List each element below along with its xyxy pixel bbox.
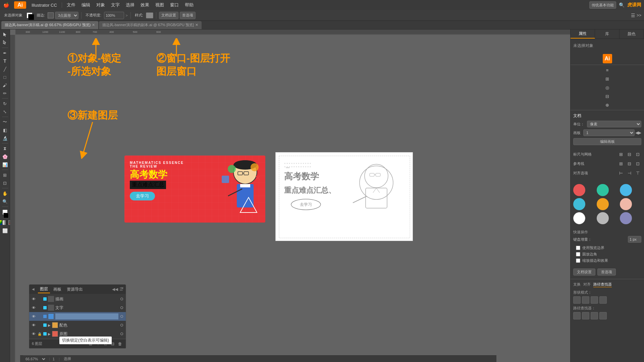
tab-properties[interactable]: 属性: [571, 29, 595, 39]
swatch-teal[interactable]: [597, 184, 609, 196]
pathfinder-btn-4[interactable]: [599, 312, 607, 319]
hand-tool[interactable]: ✋: [1, 190, 9, 197]
opacity-input[interactable]: [104, 12, 124, 19]
layer-eye-miaohue[interactable]: 👁: [31, 297, 36, 301]
layer-lock-miaohue[interactable]: [37, 297, 42, 301]
shape-mode-1[interactable]: [573, 296, 581, 304]
pathfinder-btn-2[interactable]: [582, 312, 589, 319]
menu-window[interactable]: 窗口: [167, 1, 181, 9]
copy-layer-btn[interactable]: ⎘: [102, 341, 108, 347]
collapse-icon[interactable]: >>: [637, 13, 641, 18]
gradient-tool[interactable]: ◧: [1, 126, 9, 134]
pathfinder-btn-1[interactable]: [573, 312, 581, 319]
doc-settings-btn[interactable]: 文档设置: [159, 12, 178, 19]
layers-panel-collapse[interactable]: ◀: [32, 287, 36, 291]
tab-1[interactable]: 描边风-banner演示稿.ai @ 66.67% (RGB/GPU 预览) ✕: [1, 21, 98, 29]
layer-eye-yuantu[interactable]: 👁: [31, 331, 36, 336]
transform-tab[interactable]: 支换: [573, 282, 581, 287]
select-tool[interactable]: [1, 31, 9, 38]
stroke-selector[interactable]: 3点圆形: [55, 12, 78, 19]
pen-tool[interactable]: ✒: [1, 49, 9, 57]
shape-mode-4[interactable]: [599, 296, 607, 304]
arrange-icon[interactable]: ☰: [631, 13, 635, 18]
align-center-icon[interactable]: ⊣: [626, 169, 633, 177]
swatch-gray[interactable]: [597, 212, 609, 224]
search-icon[interactable]: 🔍: [619, 2, 625, 8]
graph-tool[interactable]: 📊: [1, 161, 9, 168]
brush-tool[interactable]: 🖌: [1, 81, 9, 89]
unit-select[interactable]: 像素: [587, 121, 641, 127]
layer-lock-wenzi[interactable]: [37, 305, 42, 310]
menu-illustrator[interactable]: Illustrator CC: [29, 2, 60, 8]
keyboard-input[interactable]: [628, 236, 641, 243]
warp-tool[interactable]: 〜: [1, 118, 9, 126]
merge-layer-btn[interactable]: ⊟: [110, 341, 116, 347]
pathfinder-btn-3[interactable]: [591, 312, 598, 319]
pathfinder-icon[interactable]: ⊕: [604, 101, 611, 109]
snap-edge-cb[interactable]: [576, 246, 580, 250]
pencil-tool[interactable]: ✏: [1, 89, 9, 97]
layer-row-active[interactable]: 👁: [29, 312, 126, 321]
zoom-select[interactable]: 66.67%: [23, 355, 46, 362]
eyedropper-tool[interactable]: 🔬: [1, 134, 9, 142]
slice-tool[interactable]: ⊡: [1, 179, 9, 187]
snap-icon[interactable]: ⊡: [634, 150, 641, 158]
guide-lock-icon[interactable]: ⊟: [626, 160, 633, 167]
mode-select[interactable]: 传统基本功能: [589, 1, 616, 9]
gradient-btn[interactable]: [3, 220, 7, 225]
pathfinder-tab[interactable]: 路径查找器: [593, 282, 612, 287]
rotate-tool[interactable]: ↻: [1, 100, 9, 107]
swatch-pink[interactable]: [620, 198, 632, 210]
layer-eye-active[interactable]: 👁: [31, 314, 36, 319]
align-tab[interactable]: 对齐: [583, 282, 591, 287]
tab-color[interactable]: 颜色: [620, 29, 644, 39]
menu-select[interactable]: 选择: [123, 1, 137, 9]
tab-1-close[interactable]: ✕: [92, 23, 95, 27]
menu-edit[interactable]: 编辑: [79, 1, 93, 9]
banner-button[interactable]: 去学习: [130, 192, 155, 200]
new-layer-btn[interactable]: ⊞: [88, 341, 94, 347]
guide-clear-icon[interactable]: ⊡: [634, 160, 641, 167]
change-screen-mode[interactable]: ⬜: [1, 227, 9, 234]
round-corner-cb[interactable]: [576, 252, 580, 256]
transform-icon[interactable]: ⊞: [604, 75, 611, 82]
apple-logo[interactable]: 🍎: [3, 2, 9, 8]
menu-help[interactable]: 帮助: [182, 1, 196, 9]
fill-stroke-indicator[interactable]: [26, 12, 33, 18]
menu-text[interactable]: 文字: [108, 1, 122, 9]
layer-row-miaohue[interactable]: 👁 描画: [29, 295, 126, 303]
panel-close-btn[interactable]: ✕: [120, 286, 124, 290]
quick-preferences[interactable]: 首选项: [597, 268, 616, 276]
shape-mode-3[interactable]: [591, 296, 598, 304]
swatch-orange[interactable]: [597, 198, 609, 210]
tab-2-close[interactable]: ✕: [195, 23, 198, 27]
style-swatch[interactable]: [146, 12, 153, 18]
properties-icon[interactable]: ≡: [604, 66, 611, 74]
snap-effect-cb[interactable]: [576, 258, 580, 263]
swatch-cyan[interactable]: [573, 198, 585, 210]
layer-row-yuantu[interactable]: 👁 🔒 ▶ 原图: [29, 329, 126, 338]
text-tool[interactable]: T: [1, 57, 9, 65]
menu-file[interactable]: 文件: [64, 1, 78, 9]
rect-tool[interactable]: □: [1, 73, 9, 81]
layer-lock-yuantu[interactable]: 🔒: [37, 331, 42, 336]
color-mode-btn[interactable]: [0, 220, 2, 225]
canvas-area[interactable]: 300 1200 1100 800 700 400 500 600 ①对象-锁定…: [10, 29, 570, 362]
tab-2[interactable]: 描边风-banner演示稿的副本.ai @ 67% [RGB/GPU 预览] ✕: [99, 21, 202, 29]
line-tool[interactable]: ╱: [1, 65, 9, 73]
align-left-icon[interactable]: ⊢: [617, 169, 625, 177]
tab-layers[interactable]: 图层: [38, 286, 50, 293]
board-next[interactable]: ▶: [638, 130, 641, 135]
preferences-btn[interactable]: 首选项: [180, 12, 196, 19]
grid-icon[interactable]: ⊟: [626, 150, 633, 158]
layer-eye-peise[interactable]: 👁: [31, 323, 36, 327]
layer-name-input[interactable]: [55, 313, 118, 319]
guide-show-icon[interactable]: ⊞: [617, 160, 625, 167]
zoom-tool[interactable]: 🔍: [1, 198, 9, 205]
symbol-tool[interactable]: 🌸: [1, 153, 9, 160]
layer-lock-active[interactable]: [37, 314, 42, 319]
panel-expand-icon[interactable]: ◀◀: [112, 287, 118, 292]
tab-library[interactable]: 库: [595, 29, 620, 39]
swatch-red[interactable]: [573, 184, 585, 196]
board-select[interactable]: 1: [583, 129, 635, 136]
